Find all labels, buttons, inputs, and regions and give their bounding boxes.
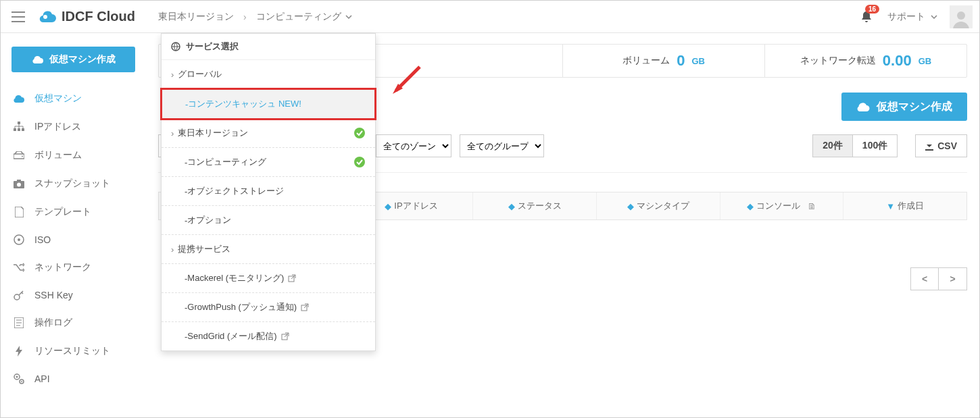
svg-point-1 — [957, 11, 965, 20]
sidebar-item-label: ネットワーク — [34, 261, 91, 273]
sidebar-item-ip[interactable]: IPアドレス — [1, 113, 146, 141]
dropdown-item-option[interactable]: - オプション — [162, 206, 375, 235]
sidebar-item-label: SSH Key — [34, 290, 73, 301]
dropdown-header: サービス選択 — [162, 34, 375, 60]
sidebar-item-sshkey[interactable]: SSH Key — [1, 282, 146, 309]
th-machine-type[interactable]: ◆マシンタイプ — [597, 192, 720, 219]
svg-point-10 — [17, 182, 21, 186]
sidebar-item-network[interactable]: ネットワーク — [1, 253, 146, 282]
external-link-icon — [301, 303, 309, 311]
svg-point-12 — [18, 238, 20, 241]
pagesize-100[interactable]: 100件 — [853, 134, 898, 157]
stat-network: ネットワーク転送 0.00 GB — [765, 45, 966, 77]
sort-icon: ◆ — [747, 201, 754, 211]
chevron-right-icon: › — [171, 70, 174, 80]
zone-select[interactable]: 全てのゾーン — [376, 134, 451, 157]
th-console[interactable]: ◆コンソール 🗎 — [720, 192, 844, 219]
sidebar-item-label: ISO — [34, 234, 51, 245]
sort-icon: ◆ — [508, 201, 515, 211]
dropdown-item-sendgrid[interactable]: - SendGrid (メール配信) — [162, 322, 375, 350]
create-vm-button-main[interactable]: 仮想マシン作成 — [841, 93, 967, 121]
external-link-icon — [281, 332, 289, 340]
globe-icon — [171, 42, 180, 51]
th-status[interactable]: ◆ステータス — [473, 192, 597, 219]
svg-point-13 — [14, 294, 20, 300]
sidebar-item-vm[interactable]: 仮想マシン — [1, 84, 146, 113]
svg-rect-2 — [18, 122, 20, 124]
dropdown-item-growthpush[interactable]: - GrowthPush (プッシュ通知) — [162, 293, 375, 322]
file-icon: 🗎 — [808, 201, 816, 211]
pagesize-20[interactable]: 20件 — [812, 134, 853, 157]
hdd-icon — [13, 151, 25, 159]
sort-icon: ◆ — [385, 201, 391, 211]
cloud-icon — [856, 101, 870, 112]
breadcrumb-service[interactable]: コンピューティング — [256, 11, 352, 23]
svg-point-21 — [354, 128, 365, 138]
logo[interactable]: IDCF Cloud — [32, 9, 142, 25]
sidebar-item-label: テンプレート — [34, 206, 91, 218]
sidebar-item-label: ボリューム — [34, 149, 82, 161]
sidebar: 仮想マシン作成 仮想マシン IPアドレス ボリューム スナップショット テンプレ… — [1, 33, 146, 417]
svg-rect-5 — [22, 128, 24, 131]
key-icon — [13, 290, 25, 301]
pager-next[interactable]: > — [939, 267, 967, 290]
chevron-down-icon — [931, 15, 937, 19]
list-icon — [13, 317, 25, 328]
dropdown-item-global[interactable]: › グローバル — [162, 60, 375, 89]
pagesize-group: 20件 100件 — [812, 134, 898, 157]
cloud-icon — [13, 94, 25, 103]
svg-point-0 — [43, 15, 47, 19]
sidebar-item-resource[interactable]: リソースリミット — [1, 337, 146, 365]
bolt-icon — [13, 346, 25, 357]
sidebar-item-iso[interactable]: ISO — [1, 226, 146, 253]
group-select[interactable]: 全てのグループ — [460, 134, 544, 157]
sort-desc-icon: ▼ — [886, 201, 895, 211]
sort-icon: ◆ — [627, 201, 634, 211]
file-icon — [13, 207, 25, 217]
notification-badge: 16 — [865, 5, 879, 14]
check-icon — [353, 156, 366, 168]
sidebar-item-label: 操作ログ — [34, 317, 72, 329]
camera-icon — [13, 180, 25, 188]
svg-rect-9 — [17, 180, 21, 182]
sidebar-item-template[interactable]: テンプレート — [1, 198, 146, 226]
dropdown-item-mackerel[interactable]: - Mackerel (モニタリング) — [162, 264, 375, 293]
pager-prev[interactable]: < — [910, 267, 939, 290]
chevron-down-icon — [345, 15, 352, 19]
sidebar-item-label: 仮想マシン — [34, 93, 82, 105]
sidebar-item-label: API — [34, 373, 50, 384]
dropdown-item-object-storage[interactable]: - オブジェクトストレージ — [162, 177, 375, 206]
support-menu[interactable]: サポート — [887, 11, 937, 23]
avatar[interactable] — [950, 5, 973, 28]
breadcrumb-region[interactable]: 東日本リージョン — [158, 11, 234, 23]
svg-point-18 — [21, 381, 22, 382]
th-created[interactable]: ▼作成日 — [843, 192, 966, 219]
sidebar-item-snapshot[interactable]: スナップショット — [1, 169, 146, 198]
hamburger-menu[interactable] — [5, 6, 32, 28]
breadcrumb: 東日本リージョン › コンピューティング — [158, 11, 352, 23]
sidebar-item-label: IPアドレス — [34, 121, 81, 133]
shuffle-icon — [13, 263, 25, 272]
create-vm-button[interactable]: 仮想マシン作成 — [11, 47, 135, 72]
download-icon — [925, 141, 933, 151]
disc-icon — [13, 234, 25, 245]
dropdown-item-partner[interactable]: › 提携サービス — [162, 235, 375, 264]
sidebar-item-log[interactable]: 操作ログ — [1, 309, 146, 337]
chevron-right-icon: › — [171, 244, 174, 255]
cloud-icon — [32, 55, 44, 64]
dropdown-item-computing[interactable]: - コンピューティング — [162, 148, 375, 177]
service-dropdown: サービス選択 › グローバル - コンテンツキャッシュ NEW! › 東日本リー… — [161, 33, 376, 351]
svg-point-16 — [16, 376, 18, 378]
csv-button[interactable]: CSV — [915, 134, 967, 157]
sidebar-item-api[interactable]: API — [1, 365, 146, 392]
notifications-button[interactable]: 16 — [858, 7, 875, 26]
check-icon — [353, 127, 366, 139]
sidebar-item-volume[interactable]: ボリューム — [1, 141, 146, 169]
gears-icon — [13, 373, 25, 384]
dropdown-item-content-cache[interactable]: - コンテンツキャッシュ NEW! — [160, 88, 376, 120]
annotation-arrow — [386, 60, 426, 101]
dropdown-item-east-region[interactable]: › 東日本リージョン — [162, 119, 375, 148]
svg-point-7 — [22, 156, 23, 157]
svg-rect-3 — [14, 128, 16, 131]
logo-text: IDCF Cloud — [62, 9, 135, 24]
